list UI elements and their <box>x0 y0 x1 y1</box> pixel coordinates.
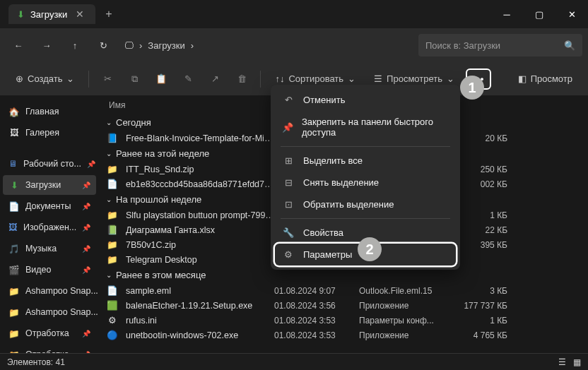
sidebar-label: Загрузки <box>25 180 61 190</box>
rename-button[interactable]: ✎ <box>177 68 199 90</box>
separator <box>260 71 261 88</box>
grid-view-icon[interactable]: ▦ <box>573 357 581 367</box>
delete-button[interactable]: 🗑 <box>230 68 253 90</box>
sidebar-item[interactable]: 📄Документы📌 <box>3 196 96 216</box>
search-input[interactable]: Поиск в: Загрузки 🔍 <box>418 34 582 56</box>
new-tab-button[interactable]: + <box>95 8 122 20</box>
menu-item-undo[interactable]: ↶Отменить <box>275 89 456 111</box>
separator <box>88 71 89 88</box>
sidebar-item[interactable]: 🖼Изображен...📌 <box>3 217 96 237</box>
chevron-down-icon: ⌄ <box>106 150 112 157</box>
undo-icon: ↶ <box>282 95 295 105</box>
tab-downloads[interactable]: ⬇ Загрузки ✕ <box>8 4 95 24</box>
pin-icon: 📌 <box>82 224 90 232</box>
share-button[interactable]: ↗ <box>204 68 226 90</box>
pin-icon: 📌 <box>82 330 90 338</box>
file-size: 002 КБ <box>458 179 507 189</box>
chevron-down-icon: ⌄ <box>106 119 112 126</box>
file-row[interactable]: ⚙rufus.ini01.08.2024 3:53Параметры конф.… <box>99 313 588 328</box>
panel-icon: ◧ <box>518 73 527 84</box>
forward-button[interactable]: → <box>34 32 59 58</box>
deselect-icon: ⊟ <box>282 177 295 188</box>
sidebar-item[interactable]: 📁Ashampoo Snap...📌 <box>3 281 96 301</box>
file-date: 01.08.2024 9:07 <box>274 286 359 296</box>
sidebar-item[interactable]: ⬇Загрузки📌 <box>3 175 96 195</box>
sidebar-label: Ashampoo Snap... <box>25 307 98 317</box>
file-name: sample.eml <box>126 286 274 296</box>
pin-icon: 📌 <box>82 245 90 253</box>
file-name: Диаграмма Ганта.xlsx <box>126 225 274 235</box>
folder-icon: 📁 <box>106 254 119 265</box>
exe2-icon: 🔵 <box>106 330 119 340</box>
tab-title: Загрузки <box>30 9 67 20</box>
file-size: 1 КБ <box>458 316 507 326</box>
file-row[interactable]: 🔵unetbootin-windows-702.exe01.08.2024 3:… <box>99 328 588 342</box>
chevron-down-icon: ⌄ <box>106 196 112 203</box>
chevron-down-icon: ⌄ <box>106 271 112 279</box>
pin-icon: 📌 <box>87 160 95 168</box>
sidebar-label: Видео <box>25 265 52 275</box>
close-button[interactable]: ✕ <box>555 3 588 25</box>
file-row[interactable]: 🟩balenaEtcher-1.19.21.Setup.exe01.08.202… <box>99 298 588 313</box>
menu-label: Обратить выделение <box>303 199 394 210</box>
sidebar-item[interactable]: 🎬Видео📌 <box>3 260 96 280</box>
menu-label: Свойства <box>303 227 343 238</box>
folder-icon: 📁 <box>8 285 20 297</box>
plus-icon: ⊕ <box>16 73 23 84</box>
sidebar-item[interactable]: 🖼Галерея <box>3 123 96 143</box>
chevron-down-icon: ⌄ <box>348 73 355 84</box>
group-title: Ранее в этом месяце <box>116 270 206 280</box>
sidebar-item[interactable]: 🏠Главная <box>3 102 96 121</box>
sidebar-item[interactable]: 🎵Музыка📌 <box>3 239 96 258</box>
file-size: 395 КБ <box>458 240 507 250</box>
close-tab-icon[interactable]: ✕ <box>73 8 87 20</box>
word-icon: 📘 <box>106 133 119 143</box>
menu-item-invert[interactable]: ⊡Обратить выделение <box>275 193 456 215</box>
menu-label: Снять выделение <box>303 177 379 188</box>
refresh-button[interactable]: ↻ <box>90 32 116 58</box>
folder-icon: 📁 <box>8 328 20 339</box>
sidebar-label: Ashampoo Snap... <box>25 286 98 296</box>
file-size: 4 765 КБ <box>458 330 507 340</box>
menu-item-deselect[interactable]: ⊟Снять выделение <box>275 172 456 193</box>
breadcrumb[interactable]: 🖵 › Загрузки › <box>119 40 416 51</box>
status-bar: Элементов: 41 ☰ ▦ <box>0 353 588 370</box>
desktop-icon: 🖥 <box>8 158 18 169</box>
zip-icon: 📁 <box>106 239 119 250</box>
minimize-button[interactable]: ─ <box>490 3 523 25</box>
sidebar-item[interactable]: 📁Ashampoo Snap...📌 <box>3 302 96 322</box>
menu-label: Отменить <box>303 95 345 105</box>
group-title: Сегодня <box>116 117 151 128</box>
gallery-icon: 🖼 <box>8 127 20 138</box>
back-button[interactable]: ← <box>6 32 31 58</box>
paste-button[interactable]: 📋 <box>150 68 172 90</box>
list-view-icon[interactable]: ☰ <box>558 357 566 367</box>
monitor-icon: 🖵 <box>124 40 134 51</box>
menu-item-pin[interactable]: 📌Закрепить на панели быстрого доступа <box>275 111 456 143</box>
preview-button[interactable]: ◧ Просмотр <box>511 69 580 88</box>
file-type: Приложение <box>359 330 458 340</box>
sidebar-item[interactable]: 🖥Рабочий сто...📌 <box>3 154 96 174</box>
props-icon: 🔧 <box>282 227 295 238</box>
copy-button[interactable]: ⧉ <box>123 68 146 90</box>
maximize-button[interactable]: ▢ <box>523 3 555 25</box>
chevron-down-icon: ⌄ <box>66 73 74 84</box>
sidebar-label: Изображен... <box>23 222 76 232</box>
cut-button[interactable]: ✂ <box>96 68 119 90</box>
file-row[interactable]: 📄sample.eml01.08.2024 9:07Outlook.File.e… <box>99 283 588 298</box>
file-type: Параметры конф... <box>359 316 458 326</box>
file-name: Free-Blank-Invoice-Template-for-Micros..… <box>126 133 274 143</box>
file-size: 22 КБ <box>458 225 507 235</box>
sidebar-item[interactable]: 📁Отработка📌 <box>3 323 96 343</box>
up-button[interactable]: ↑ <box>62 32 88 58</box>
file-date: 01.08.2024 3:56 <box>274 301 359 311</box>
sidebar-label: Главная <box>25 107 59 117</box>
file-name: Slfu playstation buttuon prompt-799-v1-.… <box>126 210 274 220</box>
menu-separator <box>281 146 450 147</box>
ini-icon: ⚙ <box>106 315 119 326</box>
menu-item-select-all[interactable]: ⊞Выделить все <box>275 150 456 172</box>
docs-icon: 📄 <box>8 201 20 212</box>
music-icon: 🎵 <box>8 243 20 254</box>
file-name: eb1e83cccbd45baa86da8771efdd7197-tra... <box>126 179 274 189</box>
create-button[interactable]: ⊕ Создать ⌄ <box>8 69 81 88</box>
